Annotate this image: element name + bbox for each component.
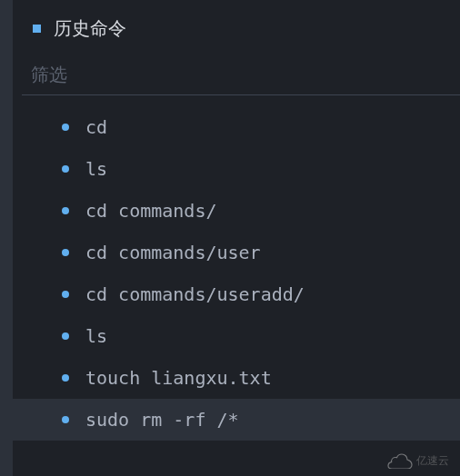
bullet-icon [62,374,69,382]
command-item[interactable]: cd [13,106,460,148]
bullet-icon [62,249,69,256]
command-item[interactable]: cd commands/ [13,190,460,232]
divider [22,94,460,95]
command-text: ls [85,325,107,347]
command-item[interactable]: cd commands/user [13,232,460,273]
command-text: cd commands/ [85,200,217,222]
watermark-text: 亿速云 [416,453,449,469]
command-text: cd commands/user [85,242,261,263]
command-list: cd ls cd commands/ cd commands/user cd c… [13,106,460,441]
command-text: ls [85,158,107,180]
command-text: cd commands/useradd/ [85,283,305,305]
header-marker-icon [33,25,41,33]
watermark: 亿速云 [387,452,449,469]
filter-input[interactable] [22,57,447,93]
cloud-icon [387,452,413,469]
panel-header: 历史命令 [13,16,460,41]
bullet-icon [62,332,69,340]
command-item[interactable]: ls [13,148,460,190]
bullet-icon [62,291,69,298]
command-item[interactable]: touch liangxu.txt [13,357,460,399]
command-text: cd [85,116,107,138]
bullet-icon [62,416,69,423]
panel-title: 历史命令 [54,16,126,41]
command-item[interactable]: ls [13,315,460,357]
sidebar-strip [0,0,13,476]
command-text: touch liangxu.txt [85,367,272,389]
command-text: sudo rm -rf /* [85,409,239,431]
history-panel: 历史命令 cd ls cd commands/ cd commands/user… [13,0,460,441]
bullet-icon [62,207,69,214]
bullet-icon [62,124,69,131]
bullet-icon [62,165,69,173]
command-item[interactable]: sudo rm -rf /* [13,399,460,441]
command-item[interactable]: cd commands/useradd/ [13,273,460,315]
